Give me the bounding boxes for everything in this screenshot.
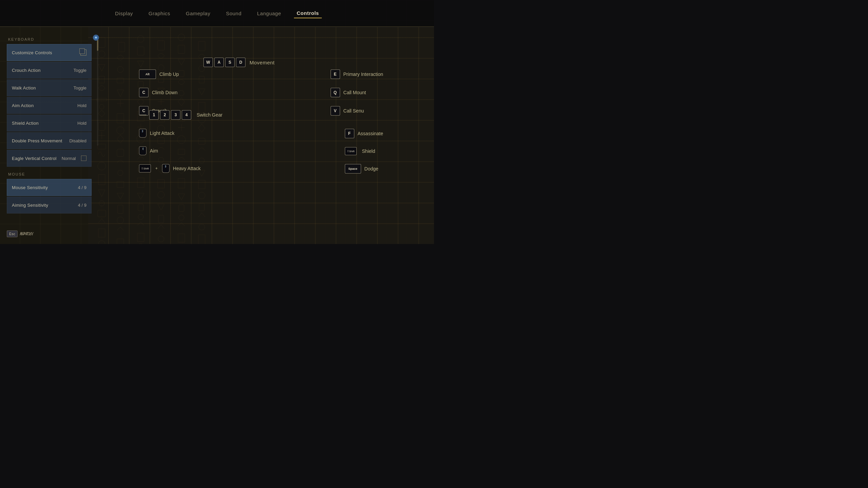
control-aim: Aim <box>139 146 201 155</box>
eagle-vertical-checkbox[interactable] <box>81 156 86 161</box>
wasd-area: W A S D Movement <box>203 58 275 67</box>
action-shield: Shield <box>362 148 375 154</box>
control-climb-down: C Climb Down <box>139 88 179 97</box>
crouch-action-value: Toggle <box>74 68 86 73</box>
nav-language[interactable]: Language <box>254 9 284 18</box>
key-space: Space <box>345 164 361 174</box>
nav-graphics[interactable]: Graphics <box>146 9 173 18</box>
settings-customize-controls[interactable]: Customize Controls <box>7 44 92 61</box>
double-press-label: Double Press Movement <box>12 138 62 143</box>
right-panel: W A S D Movement Alt Climb Up C Climb Do… <box>88 27 434 244</box>
key-w: W <box>203 58 213 67</box>
combat-left-column: Light Attack Aim ⇧Shift + <box>139 129 201 178</box>
mouse-sensitivity-label: Mouse Sensitivity <box>12 185 48 190</box>
control-light-attack: Light Attack <box>139 129 201 138</box>
nav-gameplay[interactable]: Gameplay <box>183 9 213 18</box>
key-alt: Alt <box>139 69 156 79</box>
movement-label: Movement <box>250 60 275 65</box>
settings-shield-action[interactable]: Shield Action Hold <box>7 115 92 131</box>
key-s: S <box>225 58 235 67</box>
action-heavy-attack: Heavy Attack <box>173 166 201 171</box>
walk-action-label: Walk Action <box>12 85 36 90</box>
action-climb-down: Climb Down <box>152 90 177 95</box>
back-key-badge: Esc <box>7 230 18 237</box>
top-nav: Display Graphics Gameplay Sound Language… <box>0 0 434 27</box>
nav-display[interactable]: Display <box>112 9 136 18</box>
key-f: F <box>345 129 354 138</box>
settings-mouse-sensitivity[interactable]: Mouse Sensitivity 4 / 9 <box>7 179 92 196</box>
key-1: 1 <box>149 110 159 120</box>
mouse-section: MOUSE Mouse Sensitivity 4 / 9 Aiming Sen… <box>7 172 92 214</box>
back-button-area[interactable]: Esc BACK <box>7 230 33 237</box>
mouse-left-icon <box>139 129 146 138</box>
mouse-left-icon-2 <box>162 164 170 173</box>
keyboard-section-label: KEYBOARD <box>7 37 92 41</box>
customize-controls-label: Customize Controls <box>12 50 52 55</box>
mouse-section-label: MOUSE <box>7 172 92 176</box>
mouse-sensitivity-value: 4 / 9 <box>78 185 86 190</box>
walk-action-value: Toggle <box>74 85 86 90</box>
shield-action-label: Shield Action <box>12 121 39 126</box>
action-call-senu: Call Senu <box>343 108 364 114</box>
controls-diagram: W A S D Movement Alt Climb Up C Climb Do… <box>125 51 397 220</box>
action-call-mount: Call Mount <box>343 90 366 95</box>
aiming-sensitivity-label: Aiming Sensitivity <box>12 203 48 208</box>
key-3: 3 <box>171 110 180 120</box>
key-4: 4 <box>182 110 191 120</box>
keyboard-settings-list: Customize Controls Crouch Action Toggle … <box>7 44 92 167</box>
combat-section: Light Attack Aim ⇧Shift + <box>139 129 383 178</box>
key-d: D <box>236 58 245 67</box>
action-switch-gear: Switch Gear <box>197 112 222 118</box>
action-dodge: Dodge <box>364 166 378 171</box>
control-call-mount: Q Call Mount <box>331 88 383 97</box>
eagle-vertical-value: Normal <box>62 156 76 161</box>
action-assassinate: Assassinate <box>358 131 383 136</box>
double-press-value: Disabled <box>69 138 86 143</box>
control-assassinate: F Assassinate <box>345 129 383 138</box>
right-column: E Primary Interaction Q Call Mount V Cal… <box>331 69 383 120</box>
action-aim: Aim <box>150 148 158 154</box>
settings-eagle-vertical[interactable]: Eagle Vertical Control Normal <box>7 150 92 167</box>
aim-action-label: Aim Action <box>12 103 34 108</box>
key-2: 2 <box>160 110 170 120</box>
aiming-sensitivity-value: 4 / 9 <box>78 203 86 208</box>
settings-aiming-sensitivity[interactable]: Aiming Sensitivity 4 / 9 <box>7 197 92 214</box>
key-q: Q <box>331 88 340 97</box>
back-label: BACK <box>20 231 33 236</box>
control-call-senu: V Call Senu <box>331 106 383 116</box>
nav-sound[interactable]: Sound <box>223 9 244 18</box>
control-climb-up: Alt Climb Up <box>139 69 179 79</box>
control-primary-interaction: E Primary Interaction <box>331 69 383 79</box>
key-v: V <box>331 106 340 116</box>
plus-sign: + <box>155 166 158 171</box>
shift-key-shield: ⇧Shift <box>345 147 357 155</box>
nav-controls[interactable]: Controls <box>294 8 322 18</box>
gear-dash-left <box>140 115 146 115</box>
shield-action-value: Hold <box>77 121 86 126</box>
mouse-right-icon <box>139 146 146 155</box>
action-climb-up: Climb Up <box>159 72 179 77</box>
combat-right-column: F Assassinate ⇧Shift Shield Space Dodge <box>345 129 383 178</box>
nav-divider <box>0 26 434 27</box>
copy-icon <box>80 49 86 56</box>
left-panel: KEYBOARD Customize Controls Crouch Actio… <box>7 27 92 244</box>
settings-crouch-action[interactable]: Crouch Action Toggle <box>7 62 92 79</box>
action-light-attack: Light Attack <box>150 130 174 136</box>
settings-aim-action[interactable]: Aim Action Hold <box>7 97 92 114</box>
settings-double-press[interactable]: Double Press Movement Disabled <box>7 132 92 149</box>
mouse-settings-list: Mouse Sensitivity 4 / 9 Aiming Sensitivi… <box>7 179 92 214</box>
crouch-action-label: Crouch Action <box>12 68 41 73</box>
control-heavy-attack: ⇧Shift + Heavy Attack <box>139 164 201 173</box>
key-e: E <box>331 69 340 79</box>
wasd-keys: W A S D <box>203 58 245 67</box>
key-a: A <box>214 58 224 67</box>
settings-walk-action[interactable]: Walk Action Toggle <box>7 79 92 96</box>
eagle-vertical-label: Eagle Vertical Control <box>12 156 57 161</box>
aim-action-value: Hold <box>77 103 86 108</box>
shift-key: ⇧Shift <box>139 164 151 172</box>
key-c-climb: C <box>139 88 149 97</box>
control-shield: ⇧Shift Shield <box>345 147 383 155</box>
gear-numbers: 1 2 3 4 <box>149 110 191 120</box>
control-dodge: Space Dodge <box>345 164 383 174</box>
gear-section: 1 2 3 4 Switch Gear <box>139 110 222 120</box>
